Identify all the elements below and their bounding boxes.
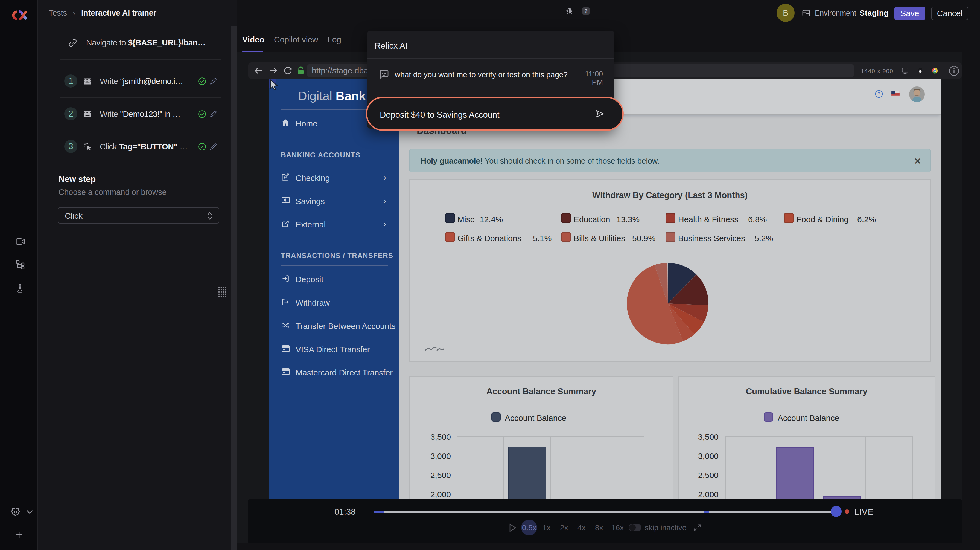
svg-text:?: ? xyxy=(878,91,880,97)
svg-text:?: ? xyxy=(584,8,588,14)
